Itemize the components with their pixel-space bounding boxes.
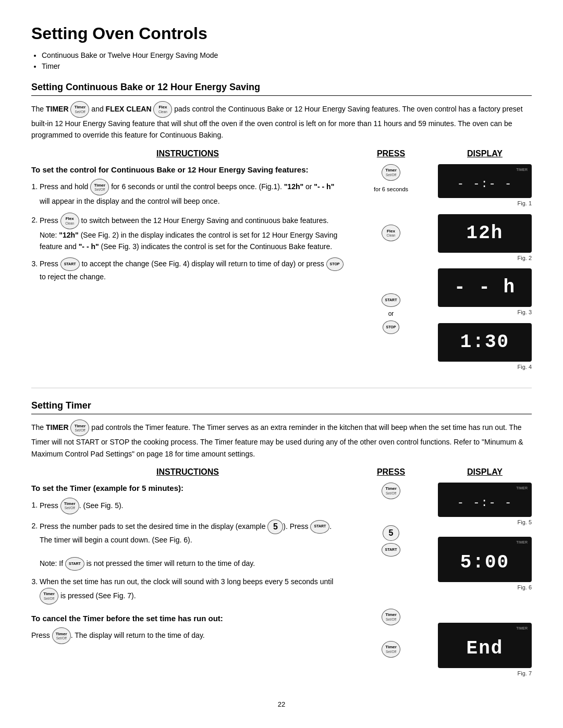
display-fig3: - - h xyxy=(438,268,532,307)
fig7-timer-badge: TIMER xyxy=(442,626,528,632)
fig6-caption: Fig. 6 xyxy=(438,583,532,592)
col-display-header: DISPLAY xyxy=(438,147,532,164)
fig1-timer-badge: TIMER xyxy=(442,167,528,173)
start-btn-note: START xyxy=(65,557,84,571)
section1-grid: INSTRUCTIONS PRESS DISPLAY To set the co… xyxy=(31,147,532,378)
display-fig1: TIMER - -:- - xyxy=(438,164,532,199)
col2-press-header: PRESS xyxy=(349,466,433,483)
press2-item-cancel: TimerSet/Off xyxy=(349,641,433,658)
fig4-caption: Fig. 4 xyxy=(438,363,532,372)
press-timer-btn: TimerSet/Off xyxy=(382,164,400,181)
instructions-col: To set the control for Continuous Bake o… xyxy=(31,164,344,378)
subsection2-title: To set the Timer (example for 5 minutes)… xyxy=(31,483,344,495)
press2-start-btn: START xyxy=(382,543,401,557)
display-col-2: TIMER - -:- - Fig. 5 TIMER 5:00 Fig. 6 T… xyxy=(438,483,532,684)
press2-num5-btn: 5 xyxy=(383,525,399,541)
display-col-1: TIMER - -:- - Fig. 1 12h Fig. 2 - - h Fi… xyxy=(438,164,532,378)
timer-btn-s2: TimerSet/Off xyxy=(70,419,89,436)
press-col-2: TimerSet/Off 5 START TimerSet/Off TimerS… xyxy=(349,483,433,684)
s2-step1: Press TimerSet/Off. (See Fig. 5). xyxy=(40,498,344,514)
display-fig6: TIMER 5:00 xyxy=(438,537,532,582)
s2-step2: Press the number pads to set the desired… xyxy=(40,520,344,571)
press2-item-1: TimerSet/Off xyxy=(349,483,433,499)
col2-display-header: DISPLAY xyxy=(438,466,532,483)
press2-item-2: 5 START xyxy=(349,525,433,557)
fig7-caption: Fig. 7 xyxy=(438,669,532,678)
col2-instructions-header: INSTRUCTIONS xyxy=(31,466,344,483)
instructions-col-2: To set the Timer (example for 5 minutes)… xyxy=(31,483,344,684)
press-item-3: START or STOP xyxy=(349,293,433,334)
fig6-text: 5:00 xyxy=(442,547,528,579)
press-item-1: TimerSet/Off for 6 seconds xyxy=(349,164,433,194)
display-fig5: TIMER - -:- - xyxy=(438,483,532,517)
section1-intro: The TIMER TimerSet/Off and FLEX CLEAN Fl… xyxy=(31,101,532,141)
section-divider xyxy=(31,388,532,388)
timer-btn-step1: TimerSet/Off xyxy=(90,179,109,195)
stop-btn-step3: STOP xyxy=(326,257,344,271)
fig1-text: - -:- - xyxy=(442,174,528,195)
press2-item-3: TimerSet/Off xyxy=(349,609,433,625)
fig7-text: End xyxy=(442,633,528,665)
cancel-section: To cancel the Timer before the set time … xyxy=(31,613,344,645)
press-col-1: TimerSet/Off for 6 seconds FlexClean STA… xyxy=(349,164,433,378)
fig1-caption: Fig. 1 xyxy=(438,199,532,208)
section2-intro: The TIMER TimerSet/Off pad controls the … xyxy=(31,419,532,460)
or-label: or xyxy=(388,309,394,318)
cancel-title: To cancel the Timer before the set time … xyxy=(31,613,344,625)
fig5-text: - -:- - xyxy=(442,492,528,514)
fig5-caption: Fig. 5 xyxy=(438,518,532,527)
page-title: Setting Oven Controls xyxy=(31,21,532,46)
press-start-btn: START xyxy=(382,293,401,307)
col-press-header: PRESS xyxy=(349,147,433,164)
bullet-item-1: Continuous Bake or Twelve Hour Energy Sa… xyxy=(42,50,532,61)
flexclean-btn-inline: FlexClean xyxy=(153,101,172,118)
cancel-timer-btn: TimerSet/Off xyxy=(52,627,71,644)
press2-timer-btn-cancel: TimerSet/Off xyxy=(382,641,400,658)
section2-grid: INSTRUCTIONS PRESS DISPLAY To set the Ti… xyxy=(31,466,532,684)
display-fig4: 1:30 xyxy=(438,323,532,362)
cancel-text: Press TimerSet/Off. The display will ret… xyxy=(31,627,344,644)
fig3-text: - - h xyxy=(442,272,528,304)
fig4-text: 1:30 xyxy=(442,326,528,359)
for-6-seconds-label: for 6 seconds xyxy=(374,185,408,194)
section2-title: Setting Timer xyxy=(31,399,532,414)
s2-timer-btn-1: TimerSet/Off xyxy=(60,498,79,514)
step1: Press and hold TimerSet/Off for 6 second… xyxy=(40,179,344,207)
press-stop-btn: STOP xyxy=(383,320,400,334)
subsection1-title: To set the control for Continuous Bake o… xyxy=(31,164,344,176)
start-btn-s2: START xyxy=(310,520,329,534)
steps-list-1: Press and hold TimerSet/Off for 6 second… xyxy=(40,179,344,283)
col-instructions-header: INSTRUCTIONS xyxy=(31,147,344,164)
bullet-item-2: Timer xyxy=(42,61,532,72)
s2-timer-btn-3: TimerSet/Off xyxy=(40,588,58,604)
fig2-text: 12h xyxy=(442,217,528,250)
bullet-list: Continuous Bake or Twelve Hour Energy Sa… xyxy=(42,50,532,72)
display-fig2: 12h xyxy=(438,214,532,253)
section1-title: Setting Continuous Bake or 12 Hour Energ… xyxy=(31,80,532,96)
press-item-2: FlexClean xyxy=(349,225,433,241)
fig2-caption: Fig. 2 xyxy=(438,254,532,263)
step3: Press START to accept the change (See Fi… xyxy=(40,257,344,282)
timer-btn-inline: TimerSet/Off xyxy=(70,101,89,118)
fig6-timer-badge: TIMER xyxy=(442,540,528,546)
num5-btn: 5 xyxy=(267,520,283,534)
steps-list-2: Press TimerSet/Off. (See Fig. 5). Press … xyxy=(40,498,344,604)
fig5-timer-badge: TIMER xyxy=(442,486,528,491)
fig3-caption: Fig. 3 xyxy=(438,308,532,317)
start-btn-step3: START xyxy=(60,257,80,271)
press2-timer-btn-3: TimerSet/Off xyxy=(382,609,400,625)
page-number: 22 xyxy=(31,699,532,710)
press2-timer-btn-1: TimerSet/Off xyxy=(382,483,400,499)
display-fig7: TIMER End xyxy=(438,623,532,668)
press-flex-btn: FlexClean xyxy=(382,225,400,241)
step2: Press FlexClean to switch between the 12… xyxy=(40,213,344,253)
flexclean-btn-step2: FlexClean xyxy=(60,213,79,229)
s2-step3: When the set time has run out, the clock… xyxy=(40,576,344,604)
